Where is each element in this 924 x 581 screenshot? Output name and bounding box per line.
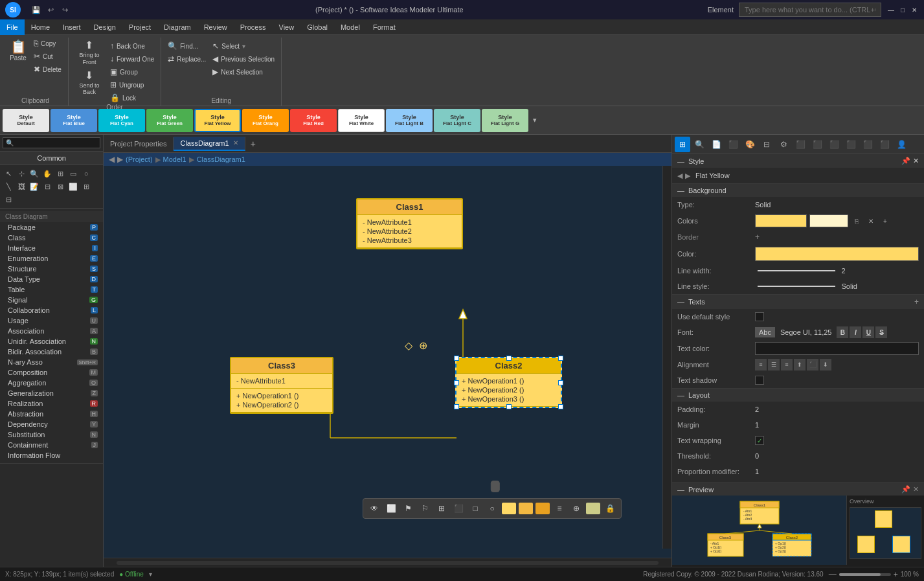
tool-expand[interactable]: ⊞ xyxy=(80,181,92,192)
tool-image[interactable]: 🖼 xyxy=(16,181,27,192)
forward-one-button[interactable]: ↓ Forward One xyxy=(107,53,157,65)
tool-zoom[interactable]: 🔍 xyxy=(28,168,40,179)
zoom-out-btn[interactable]: — xyxy=(829,570,837,579)
text-color-swatch[interactable] xyxy=(755,342,919,355)
tb-color3[interactable] xyxy=(535,503,550,514)
style-nav-right[interactable]: ▶ xyxy=(685,172,690,180)
tool-diagram-btn[interactable]: ⊞ xyxy=(675,137,690,152)
menu-project[interactable]: Project xyxy=(122,19,157,35)
style-flat-orange-button[interactable]: Style Flat Orang xyxy=(242,109,289,132)
sidebar-item-realization[interactable]: Realization R xyxy=(0,398,103,409)
minimize-button[interactable]: — xyxy=(886,5,896,14)
group-button[interactable]: ▣ Group xyxy=(107,66,157,78)
copy-button[interactable]: ⎘ Copy xyxy=(31,38,64,49)
sidebar-item-bidir-association[interactable]: Bidir. Association B xyxy=(0,347,103,357)
tool-line[interactable]: ╲ xyxy=(3,181,14,192)
handle-tr[interactable] xyxy=(558,356,563,361)
tb-color2[interactable] xyxy=(519,503,533,514)
props-layout-header[interactable]: — Layout xyxy=(672,389,924,402)
props-texts-header[interactable]: — Texts + xyxy=(672,295,924,309)
tool-more8-btn[interactable]: ⬛ xyxy=(877,137,892,152)
breadcrumb-model1[interactable]: Model1 xyxy=(163,155,186,163)
canvas-scrollbar-v[interactable] xyxy=(662,166,671,549)
find-button[interactable]: 🔍 Find... xyxy=(165,40,208,52)
tb-circle-btn[interactable]: ○ xyxy=(485,501,499,516)
props-background-header[interactable]: — Background xyxy=(672,184,924,197)
align-bottom-btn[interactable]: ⬇ xyxy=(820,359,831,370)
sidebar-item-generalization[interactable]: Generalization Z xyxy=(0,388,103,398)
tool-note[interactable]: 📝 xyxy=(28,181,40,192)
color-full-swatch[interactable] xyxy=(755,247,919,261)
tool-rect[interactable]: ▭ xyxy=(67,168,79,179)
align-top-btn[interactable]: ⬆ xyxy=(794,359,806,370)
style-flat-cyan-button[interactable]: Style Flat Cyan xyxy=(98,109,145,132)
tool-more7-btn[interactable]: ⬛ xyxy=(860,137,875,152)
tb-frame-btn[interactable]: ⬜ xyxy=(384,501,398,516)
zoom-in-btn[interactable]: + xyxy=(894,570,898,579)
prev-selection-button[interactable]: ◀ Previous Selection xyxy=(210,53,277,65)
zoom-slider[interactable] xyxy=(839,573,891,576)
menu-model[interactable]: Model xyxy=(334,19,366,35)
align-middle-btn[interactable]: ⬛ xyxy=(807,359,818,370)
select-button[interactable]: ↖ Select ▾ xyxy=(210,40,277,52)
quick-access-redo[interactable]: ↪ xyxy=(58,3,71,16)
tool-more9-btn[interactable]: 👤 xyxy=(894,137,909,152)
close-button[interactable]: ✕ xyxy=(910,5,919,14)
font-preview[interactable]: Abc xyxy=(755,327,775,337)
handle-tl[interactable] xyxy=(454,356,459,361)
tool-layers-btn[interactable]: ⬛ xyxy=(725,137,741,152)
breadcrumb-diagram[interactable]: ClassDiagram1 xyxy=(197,155,245,163)
tb-lines-btn[interactable]: ≡ xyxy=(552,501,567,516)
preview-pin-icon[interactable]: 📌 xyxy=(901,485,910,494)
sidebar-item-containment[interactable]: Containment J xyxy=(0,440,103,450)
sidebar-item-interface[interactable]: Interface I xyxy=(0,243,103,253)
align-right-btn[interactable]: ≡ xyxy=(781,359,793,370)
tb-merge-btn[interactable]: ⊕ xyxy=(569,501,583,516)
tool-grid-btn[interactable]: ⊟ xyxy=(759,137,774,152)
sidebar-item-substitution[interactable]: Substitution N xyxy=(0,429,103,440)
tool-text[interactable]: ⊞ xyxy=(54,168,66,179)
lock-button[interactable]: 🔒 Lock xyxy=(107,92,157,104)
sidebar-item-information-flow[interactable]: Information Flow xyxy=(0,450,103,461)
sidebar-item-package[interactable]: Package P xyxy=(0,222,103,233)
color-add-btn[interactable]: + xyxy=(879,215,891,227)
style-default-button[interactable]: Style Default xyxy=(3,109,49,132)
align-left-btn[interactable]: ≡ xyxy=(755,359,767,370)
sidebar-item-signal[interactable]: Signal G xyxy=(0,295,103,305)
sidebar-item-association[interactable]: Association A xyxy=(0,326,103,336)
tab-add-button[interactable]: + xyxy=(245,136,261,152)
tool-select[interactable]: ⊹ xyxy=(16,168,27,179)
text-shadow-checkbox[interactable] xyxy=(755,376,764,385)
sidebar-item-usage[interactable]: Usage U xyxy=(0,315,103,326)
tool-more2[interactable]: ⊠ xyxy=(54,181,66,192)
style-flat-lightc-button[interactable]: Style Flat Light C xyxy=(434,109,480,132)
quick-access-save[interactable]: 💾 xyxy=(30,3,43,16)
handle-bl[interactable] xyxy=(454,404,459,409)
menu-view[interactable]: View xyxy=(273,19,301,35)
menu-home[interactable]: Home xyxy=(25,19,56,35)
paste-button[interactable]: 📋 Paste xyxy=(6,38,30,63)
style-close-icon[interactable]: ✕ xyxy=(913,157,919,165)
sidebar-item-nary-association[interactable]: N-ary Asso Shift+R xyxy=(0,357,103,367)
maximize-button[interactable]: □ xyxy=(898,5,907,14)
styles-more-button[interactable]: ▾ xyxy=(530,116,540,124)
color-primary-swatch[interactable] xyxy=(755,214,807,227)
sidebar-item-class[interactable]: Class C xyxy=(0,233,103,243)
style-flat-blue-button[interactable]: Style Flat Blue xyxy=(51,109,97,132)
quick-access-undo[interactable]: ↩ xyxy=(44,3,57,16)
sidebar-item-enumeration[interactable]: Enumeration E xyxy=(0,253,103,264)
tool-more5-btn[interactable]: ⬛ xyxy=(826,137,842,152)
tool-hand[interactable]: ✋ xyxy=(41,168,53,179)
text-wrapping-checkbox[interactable]: ✓ xyxy=(755,436,764,445)
bring-to-front-button[interactable]: ⬆ Bring to Front xyxy=(73,38,106,67)
tool-settings-btn[interactable]: ⚙ xyxy=(776,137,791,152)
ungroup-button[interactable]: ⊞ Ungroup xyxy=(107,79,157,91)
replace-button[interactable]: ⇄ Replace... xyxy=(165,53,208,65)
class2-element[interactable]: Class2 + NewOperation1 () + NewOperation… xyxy=(455,357,562,408)
tool-ellipse[interactable]: ○ xyxy=(80,168,92,179)
style-flat-yellow-button[interactable]: Style Flat Yellow xyxy=(194,109,241,132)
style-flat-white-button[interactable]: Style Flat White xyxy=(338,109,385,132)
tb-visibility-btn[interactable]: 👁 xyxy=(367,501,381,516)
global-search-input[interactable] xyxy=(739,3,881,17)
text-bold-btn[interactable]: B xyxy=(837,326,848,338)
